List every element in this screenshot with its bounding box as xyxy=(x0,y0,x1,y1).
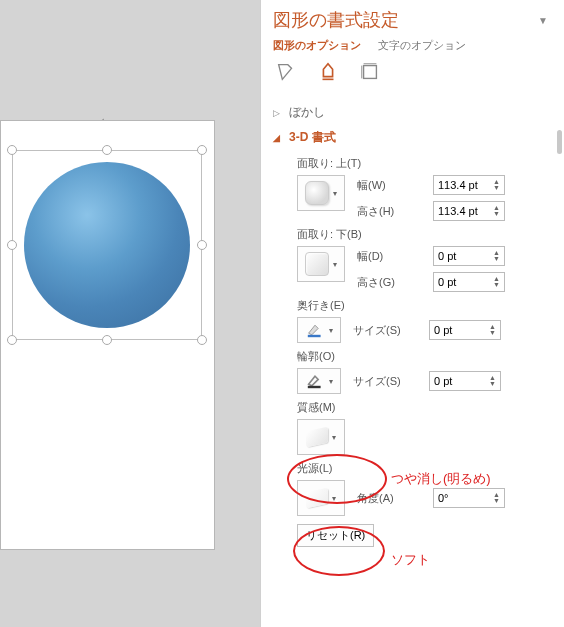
bevel-top-width-label: 幅(W) xyxy=(357,178,417,193)
lighting-angle-input[interactable]: 0° ▲▼ xyxy=(433,488,505,508)
fill-color-icon xyxy=(305,322,325,338)
contour-group: 輪郭(O) ▾ サイズ(S) 0 pt ▲▼ xyxy=(297,349,564,394)
bevel-top-label: 面取り: 上(T) xyxy=(297,156,397,171)
material-picker[interactable]: ▾ xyxy=(297,419,345,455)
handle-s[interactable] xyxy=(102,335,112,345)
depth-size-input[interactable]: 0 pt ▲▼ xyxy=(429,320,501,340)
lighting-angle-value: 0° xyxy=(438,492,449,504)
svg-rect-1 xyxy=(364,66,377,79)
depth-group: 奥行き(E) ▾ サイズ(S) 0 pt ▲▼ xyxy=(297,298,564,343)
panel-scrollbar[interactable] xyxy=(557,130,562,154)
bevel-bottom-height-label: 高さ(G) xyxy=(357,275,417,290)
size-properties-icon[interactable] xyxy=(359,61,381,86)
annotation-circle-material xyxy=(287,454,387,504)
chevron-down-icon: ◢ xyxy=(273,133,283,143)
material-group: 質感(M) ▾ xyxy=(297,400,564,455)
chevron-down-icon: ▾ xyxy=(333,189,337,198)
bevel-top-preview-icon xyxy=(305,181,329,205)
svg-rect-5 xyxy=(308,386,321,388)
chevron-down-icon: ▾ xyxy=(329,377,333,386)
chevron-down-icon: ▾ xyxy=(332,433,336,442)
effects-icon[interactable] xyxy=(317,61,339,86)
material-label: 質感(M) xyxy=(297,400,397,415)
bevel-top-group: 面取り: 上(T) ▾ 幅(W) 113.4 pt ▲▼ 高さ(H) xyxy=(297,156,564,221)
handle-n[interactable] xyxy=(102,145,112,155)
bevel-top-height-input[interactable]: 113.4 pt ▲▼ xyxy=(433,201,505,221)
tab-shape-options[interactable]: 図形のオプション xyxy=(273,39,361,51)
svg-rect-4 xyxy=(308,335,321,337)
handle-ne[interactable] xyxy=(197,145,207,155)
contour-size-input[interactable]: 0 pt ▲▼ xyxy=(429,371,501,391)
category-icons xyxy=(275,61,564,86)
fill-line-icon[interactable] xyxy=(275,61,297,86)
bevel-top-height-value: 113.4 pt xyxy=(438,205,478,217)
annotation-lighting-label: ソフト xyxy=(391,551,430,569)
depth-label: 奥行き(E) xyxy=(297,298,397,313)
depth-color-picker[interactable]: ▾ xyxy=(297,317,341,343)
section-3d-format[interactable]: ◢ 3-D 書式 xyxy=(273,125,564,150)
bevel-bottom-width-value: 0 pt xyxy=(438,250,456,262)
selection-box xyxy=(12,150,202,340)
contour-color-picker[interactable]: ▾ xyxy=(297,368,341,394)
chevron-down-icon: ▾ xyxy=(329,326,333,335)
depth-size-label: サイズ(S) xyxy=(353,323,413,338)
handle-e[interactable] xyxy=(197,240,207,250)
bevel-bottom-picker[interactable]: ▾ xyxy=(297,246,345,282)
bevel-top-width-value: 113.4 pt xyxy=(438,179,478,191)
panel-menu-icon[interactable]: ▼ xyxy=(538,15,548,26)
contour-label: 輪郭(O) xyxy=(297,349,397,364)
depth-size-value: 0 pt xyxy=(434,324,452,336)
bevel-bottom-preview-icon xyxy=(305,252,329,276)
bevel-bottom-width-label: 幅(D) xyxy=(357,249,417,264)
section-blur-label: ぼかし xyxy=(289,104,325,121)
section-blur[interactable]: ▷ ぼかし xyxy=(273,100,564,125)
bevel-top-width-input[interactable]: 113.4 pt ▲▼ xyxy=(433,175,505,195)
annotation-material-label: つや消し(明るめ) xyxy=(391,470,491,488)
handle-se[interactable] xyxy=(197,335,207,345)
bevel-top-height-label: 高さ(H) xyxy=(357,204,417,219)
bevel-bottom-width-input[interactable]: 0 pt ▲▼ xyxy=(433,246,505,266)
handle-nw[interactable] xyxy=(7,145,17,155)
annotation-circle-lighting xyxy=(293,526,385,576)
bevel-bottom-label: 面取り: 下(B) xyxy=(297,227,397,242)
bevel-top-picker[interactable]: ▾ xyxy=(297,175,345,211)
outline-color-icon xyxy=(305,373,325,389)
chevron-right-icon: ▷ xyxy=(273,108,283,118)
material-preview-icon xyxy=(306,427,328,448)
format-shape-panel: 図形の書式設定 ▼ 図形のオプション 文字のオプション ▷ ぼかし ◢ 3-D … xyxy=(260,0,564,627)
panel-title-text: 図形の書式設定 xyxy=(273,8,399,32)
contour-size-value: 0 pt xyxy=(434,375,452,387)
slide-canvas xyxy=(0,0,260,627)
bevel-bottom-height-value: 0 pt xyxy=(438,276,456,288)
section-3d-label: 3-D 書式 xyxy=(289,129,336,146)
handle-sw[interactable] xyxy=(7,335,17,345)
panel-title: 図形の書式設定 ▼ xyxy=(273,8,564,32)
bevel-bottom-height-input[interactable]: 0 pt ▲▼ xyxy=(433,272,505,292)
chevron-down-icon: ▾ xyxy=(333,260,337,269)
bevel-bottom-group: 面取り: 下(B) ▾ 幅(D) 0 pt ▲▼ 高さ(G) xyxy=(297,227,564,292)
contour-size-label: サイズ(S) xyxy=(353,374,413,389)
tab-text-options[interactable]: 文字のオプション xyxy=(378,39,466,51)
option-tabs: 図形のオプション 文字のオプション xyxy=(273,38,564,53)
handle-w[interactable] xyxy=(7,240,17,250)
